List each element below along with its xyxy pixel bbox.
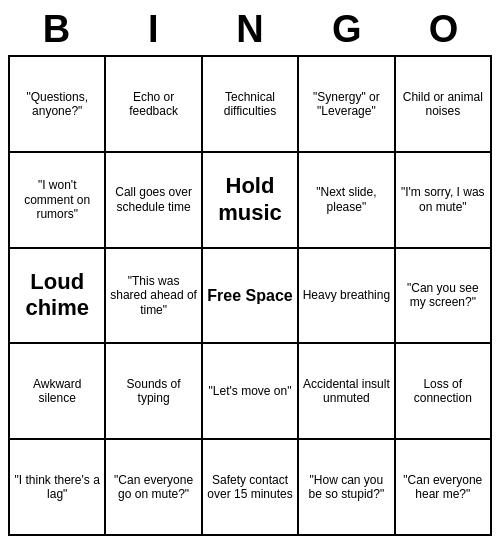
bingo-cell: "Let's move on" [203,344,299,440]
bingo-cell: Accidental insult unmuted [299,344,395,440]
bingo-cell: Call goes over schedule time [106,153,202,249]
bingo-cell: "Questions, anyone?" [10,57,106,153]
bingo-letter: N [202,8,299,51]
bingo-cell: Awkward silence [10,344,106,440]
bingo-cell: "I won't comment on rumors" [10,153,106,249]
bingo-cell: "How can you be so stupid?" [299,440,395,536]
bingo-cell: Free Space [203,249,299,345]
bingo-cell: Heavy breathing [299,249,395,345]
bingo-cell: "I'm sorry, I was on mute" [396,153,492,249]
bingo-letter: G [298,8,395,51]
bingo-cell: Hold music [203,153,299,249]
bingo-letter: I [105,8,202,51]
bingo-grid: "Questions, anyone?"Echo or feedbackTech… [8,55,492,536]
bingo-cell: Echo or feedback [106,57,202,153]
bingo-cell: "I think there's a lag" [10,440,106,536]
bingo-cell: Sounds of typing [106,344,202,440]
bingo-cell: "This was shared ahead of time" [106,249,202,345]
bingo-cell: "Next slide, please" [299,153,395,249]
bingo-letter: O [395,8,492,51]
bingo-cell: Loss of connection [396,344,492,440]
bingo-letter: B [8,8,105,51]
bingo-cell: "Can everyone hear me?" [396,440,492,536]
bingo-cell: Child or animal noises [396,57,492,153]
bingo-title: BINGO [8,8,492,51]
bingo-cell: Safety contact over 15 minutes [203,440,299,536]
bingo-cell: "Can you see my screen?" [396,249,492,345]
bingo-cell: Technical difficulties [203,57,299,153]
bingo-cell: Loud chime [10,249,106,345]
bingo-cell: "Synergy" or "Leverage" [299,57,395,153]
bingo-cell: "Can everyone go on mute?" [106,440,202,536]
